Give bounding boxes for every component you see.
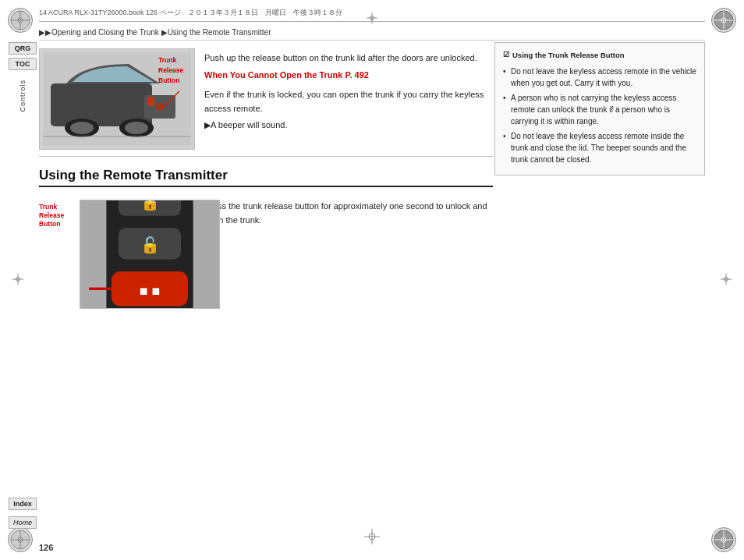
info-box-list: Do not leave the keyless access remote i…: [503, 66, 696, 165]
sidebar-home-button[interactable]: Home: [9, 516, 37, 529]
car-image-wrap: Trunk Release Button: [39, 48, 195, 150]
info-box-title: ☑ Using the Trunk Release Button: [503, 49, 696, 61]
breadcrumb: ▶▶Opening and Closing the Trunk ▶Using t…: [39, 28, 705, 41]
left-center-crosshair: [12, 274, 23, 286]
trunk-label-section2: Trunk Release Button: [39, 203, 64, 229]
trunk-label-section1: Trunk Release Button: [158, 55, 199, 85]
trunk-beeper: ▶A beeper will sound.: [204, 119, 493, 133]
main-content: Trunk Release Button Push up the release…: [39, 42, 493, 309]
remote-description: Press the trunk release button for appro…: [204, 200, 493, 309]
sidebar-controls-label: Controls: [19, 80, 27, 112]
page-number: 126: [39, 543, 53, 552]
svg-point-19: [156, 103, 164, 111]
svg-text:🔒: 🔒: [140, 200, 160, 211]
trunk-section-text: Push up the release button on the trunk …: [204, 48, 493, 150]
corner-decoration-bl: [8, 527, 33, 552]
trunk-section: Trunk Release Button Push up the release…: [39, 42, 493, 157]
trunk-paragraph1: Push up the release button on the trunk …: [204, 51, 493, 66]
remote-section-title: Using the Remote Transmitter: [39, 168, 228, 183]
info-box-item-3: Do not leave the keyless access remote i…: [503, 130, 696, 165]
trunk-link-text[interactable]: When You Cannot Open the Trunk: [204, 70, 342, 80]
svg-rect-21: [148, 97, 154, 106]
svg-point-25: [125, 122, 148, 134]
trunk-paragraph2: Even if the trunk is locked, you can ope…: [204, 88, 493, 115]
info-box-item-1: Do not leave the keyless access remote i…: [503, 66, 696, 89]
sidebar-qrg-button[interactable]: QRG: [9, 42, 37, 55]
trunk-link-line: When You Cannot Open the Trunk P. 492: [204, 69, 493, 83]
svg-point-23: [70, 122, 94, 134]
top-center-crosshair: [367, 12, 377, 25]
remote-image-wrap: Trunk Release Button ■ ■ 🔒 🔓: [39, 200, 195, 309]
info-box-item-2: A person who is not carrying the keyless…: [503, 92, 696, 127]
remote-key-image: ■ ■ 🔒 🔓: [80, 200, 220, 309]
svg-text:🔓: 🔓: [140, 236, 160, 255]
corner-decoration-br: [711, 527, 736, 552]
sidebar-index-button[interactable]: Index: [9, 498, 37, 510]
metadata-text: 14 ACURA RLX-31TY26000.book 126 ページ ２０１３…: [39, 8, 342, 18]
corner-decoration-tr: [711, 8, 736, 33]
remote-section: Trunk Release Button ■ ■ 🔒 🔓: [39, 193, 493, 309]
corner-decoration-tl: [8, 8, 33, 33]
remote-key-svg: ■ ■ 🔒 🔓: [80, 200, 219, 309]
info-box: ☑ Using the Trunk Release Button Do not …: [494, 42, 705, 175]
right-center-crosshair: [721, 274, 732, 286]
bottom-center-crosshair: [364, 529, 380, 546]
breadcrumb-text: ▶▶Opening and Closing the Trunk ▶Using t…: [39, 28, 271, 37]
trunk-link-page: P. 492: [345, 70, 369, 80]
sidebar-toc-button[interactable]: TOC: [9, 58, 37, 70]
info-box-icon: ☑: [503, 49, 509, 60]
svg-text:■ ■: ■ ■: [140, 283, 160, 299]
remote-section-header-row: Using the Remote Transmitter: [39, 168, 493, 187]
